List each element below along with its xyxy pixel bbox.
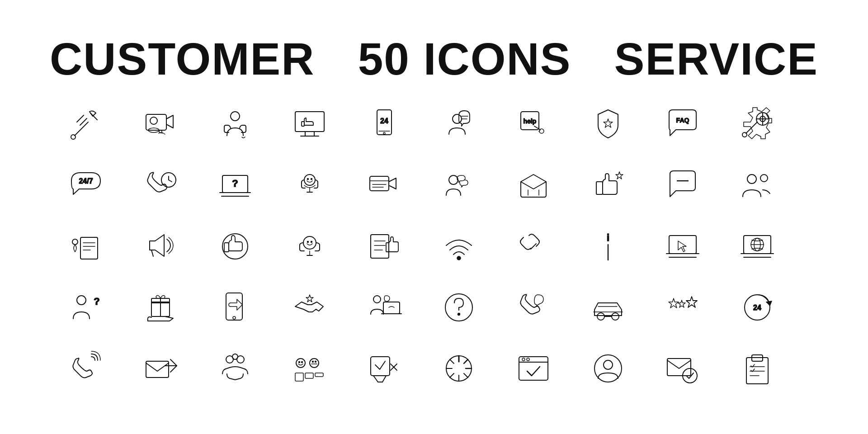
phone-link-icon xyxy=(497,217,570,276)
svg-marker-108 xyxy=(669,298,679,308)
svg-text:24/7: 24/7 xyxy=(79,177,93,185)
svg-point-44 xyxy=(307,179,309,180)
svg-point-124 xyxy=(310,359,319,368)
svg-marker-27 xyxy=(604,119,613,127)
svg-line-141 xyxy=(464,373,468,377)
help-button-icon: help xyxy=(497,95,570,154)
clipboard-list-icon xyxy=(721,339,793,398)
question-circle-icon xyxy=(423,278,495,337)
svg-point-19 xyxy=(453,114,462,123)
gift-hand-icon xyxy=(124,278,197,337)
user-circle-icon xyxy=(572,339,644,398)
svg-point-78 xyxy=(457,256,461,260)
handshake-star-icon xyxy=(274,278,346,337)
browser-check-icon xyxy=(497,339,570,398)
svg-rect-55 xyxy=(596,182,603,194)
laptop-cursor-icon xyxy=(646,217,719,276)
checklist-thumbs-icon xyxy=(348,217,420,276)
svg-point-97 xyxy=(233,316,236,319)
person-laptop-chat-icon xyxy=(348,278,420,337)
email-send-icon xyxy=(124,339,197,398)
svg-rect-67 xyxy=(224,243,229,252)
chat-minus-icon xyxy=(646,156,719,215)
svg-point-121 xyxy=(296,359,305,368)
svg-text:?: ? xyxy=(232,178,238,189)
video-chat-icon xyxy=(124,95,197,154)
svg-line-24 xyxy=(534,126,540,130)
svg-point-58 xyxy=(747,175,756,184)
email-check-icon xyxy=(646,339,719,398)
circle-loader-icon xyxy=(423,339,495,398)
svg-line-29 xyxy=(746,122,757,133)
svg-marker-109 xyxy=(686,297,697,307)
svg-text:24: 24 xyxy=(753,304,761,311)
svg-line-79 xyxy=(531,244,536,249)
mail-open-icon xyxy=(497,156,570,215)
svg-line-133 xyxy=(382,376,386,382)
svg-rect-130 xyxy=(315,373,323,377)
svg-rect-82 xyxy=(669,236,696,254)
phone-chat-icon xyxy=(497,278,570,337)
laptop-globe-icon xyxy=(721,217,793,276)
svg-line-115 xyxy=(170,359,177,366)
svg-point-105 xyxy=(612,313,619,320)
phone-clock-icon xyxy=(124,156,197,215)
wrench-tool-icon xyxy=(50,95,122,154)
svg-point-104 xyxy=(597,313,604,320)
svg-line-65 xyxy=(151,250,153,256)
247-bubble-icon: 24/7 xyxy=(50,156,122,215)
svg-rect-48 xyxy=(370,176,389,191)
header-center: 50 ICONS xyxy=(358,36,571,81)
svg-point-146 xyxy=(522,358,525,361)
user-chat-icon xyxy=(423,95,495,154)
person-chat-icon xyxy=(423,156,495,215)
thumb-star-icon xyxy=(572,156,644,215)
svg-rect-129 xyxy=(305,373,313,378)
svg-point-59 xyxy=(760,175,768,182)
header-left: CUSTOMER xyxy=(50,36,315,81)
svg-point-9 xyxy=(231,112,240,121)
laptop-question-icon: ? xyxy=(199,156,271,215)
tools-gear-icon xyxy=(721,95,793,154)
feedback-emoji-icon xyxy=(274,339,346,398)
svg-text:FAQ: FAQ xyxy=(676,117,689,124)
headset-smile-icon xyxy=(274,156,346,215)
headset-user-icon xyxy=(199,95,271,154)
wifi-icon xyxy=(423,217,495,276)
svg-point-149 xyxy=(604,360,613,369)
thumbsup-check-icon xyxy=(199,217,271,276)
svg-point-127 xyxy=(315,361,316,363)
24-arrow-icon: 24 xyxy=(721,278,793,337)
svg-point-147 xyxy=(527,358,529,361)
headset-smiley-icon xyxy=(274,217,346,276)
location-doc-icon xyxy=(50,217,122,276)
megaphone-sound-icon xyxy=(124,217,197,276)
svg-point-45 xyxy=(311,179,312,180)
svg-marker-98 xyxy=(306,295,313,302)
svg-point-68 xyxy=(303,236,316,249)
svg-line-143 xyxy=(450,373,454,377)
svg-point-99 xyxy=(373,296,381,303)
svg-rect-114 xyxy=(146,361,169,377)
svg-text:?: ? xyxy=(94,296,99,307)
svg-line-142 xyxy=(464,359,468,363)
svg-rect-14 xyxy=(302,122,304,126)
svg-marker-56 xyxy=(616,172,623,179)
svg-line-140 xyxy=(450,359,454,363)
svg-rect-131 xyxy=(371,357,390,376)
monitor-thumbsup-icon xyxy=(274,95,346,154)
svg-point-122 xyxy=(299,362,300,363)
svg-point-6 xyxy=(150,117,157,124)
car-service-icon xyxy=(572,278,644,337)
svg-rect-100 xyxy=(383,302,400,314)
person-question-icon: ? xyxy=(50,278,122,337)
svg-point-126 xyxy=(312,361,314,363)
stars-rating-icon xyxy=(646,278,719,337)
svg-marker-112 xyxy=(766,301,772,306)
svg-text:24: 24 xyxy=(380,117,388,125)
svg-point-69 xyxy=(307,241,309,243)
header-right: SERVICE xyxy=(614,36,818,81)
team-hands-icon xyxy=(199,339,271,398)
svg-text:i: i xyxy=(607,232,609,243)
svg-point-123 xyxy=(302,362,303,363)
